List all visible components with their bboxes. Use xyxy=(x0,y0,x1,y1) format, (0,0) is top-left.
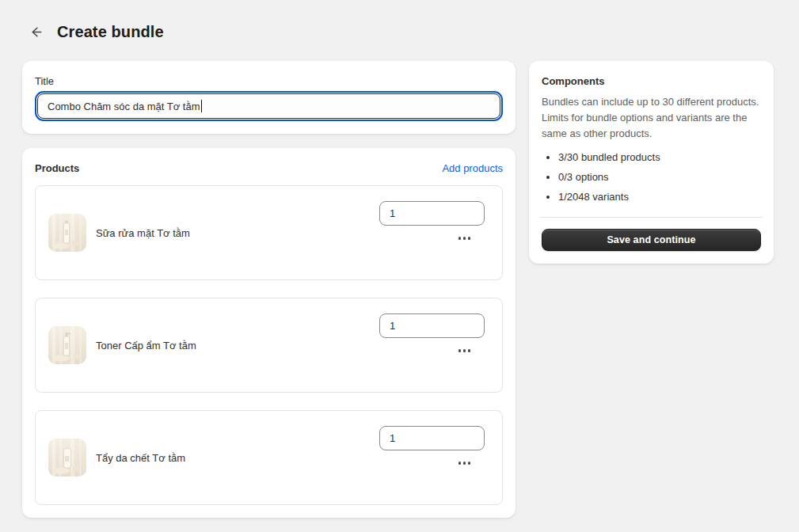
page-header: Create bundle xyxy=(27,22,774,41)
text-caret xyxy=(201,100,203,112)
limit-item: 0/3 options xyxy=(558,171,761,183)
product-actions xyxy=(379,201,485,279)
products-card-header: Products Add products xyxy=(35,162,503,174)
side-column: Components Bundles can include up to 30 … xyxy=(529,61,774,264)
product-info: Tẩy da chết Tơ tằm xyxy=(48,439,185,477)
product-actions xyxy=(379,314,485,392)
product-row: Tẩy da chết Tơ tằm xyxy=(35,410,503,505)
title-card: Title Combo Chăm sóc da mặt Tơ tằm xyxy=(22,61,516,134)
title-field-label: Title xyxy=(35,75,503,87)
quantity-input[interactable] xyxy=(379,201,485,226)
main-column: Title Combo Chăm sóc da mặt Tơ tằm Produ… xyxy=(22,61,516,518)
products-heading: Products xyxy=(35,162,79,174)
horizontal-dots-icon xyxy=(458,237,471,240)
save-and-continue-button[interactable]: Save and continue xyxy=(542,229,761,251)
title-input-value: Combo Chăm sóc da mặt Tơ tằm xyxy=(48,101,200,112)
quantity-input[interactable] xyxy=(379,314,485,338)
components-card: Components Bundles can include up to 30 … xyxy=(529,61,774,264)
product-thumbnail-image xyxy=(48,214,86,252)
product-info: Sữa rửa mặt Tơ tằm xyxy=(48,214,190,252)
title-input[interactable]: Combo Chăm sóc da mặt Tơ tằm xyxy=(37,93,500,119)
add-products-link[interactable]: Add products xyxy=(442,162,503,174)
horizontal-dots-icon xyxy=(458,462,471,465)
product-name: Tẩy da chết Tơ tằm xyxy=(96,452,185,464)
limits-list: 3/30 bundled products0/3 options1/2048 v… xyxy=(542,151,761,203)
more-options-button[interactable] xyxy=(455,344,474,357)
quantity-input[interactable] xyxy=(379,426,485,450)
products-card: Products Add products xyxy=(22,148,516,518)
product-thumbnail-image xyxy=(48,326,86,364)
product-thumbnail-image xyxy=(48,439,86,477)
components-description: Bundles can include up to 30 different p… xyxy=(542,94,761,142)
back-arrow-icon xyxy=(29,25,44,40)
more-options-button[interactable] xyxy=(455,457,474,469)
limit-item: 1/2048 variants xyxy=(558,191,761,203)
product-info: Toner Cấp ẩm Tơ tằm xyxy=(48,326,196,364)
back-button[interactable] xyxy=(27,23,44,40)
product-row: Toner Cấp ẩm Tơ tằm xyxy=(35,298,503,393)
components-heading: Components xyxy=(542,75,761,87)
create-bundle-page: Create bundle Title Combo Chăm sóc da mặ… xyxy=(0,0,799,532)
more-options-button[interactable] xyxy=(455,232,474,245)
limit-item: 3/30 bundled products xyxy=(558,151,761,163)
horizontal-dots-icon xyxy=(458,349,471,352)
product-actions xyxy=(379,426,485,504)
product-name: Sữa rửa mặt Tơ tằm xyxy=(96,227,190,239)
page-title: Create bundle xyxy=(57,23,164,41)
product-row: Sữa rửa mặt Tơ tằm xyxy=(35,185,503,280)
content-layout: Title Combo Chăm sóc da mặt Tơ tằm Produ… xyxy=(22,61,774,518)
divider xyxy=(540,217,763,218)
product-name: Toner Cấp ẩm Tơ tằm xyxy=(96,340,196,352)
product-list: Sữa rửa mặt Tơ tằm xyxy=(35,185,503,505)
